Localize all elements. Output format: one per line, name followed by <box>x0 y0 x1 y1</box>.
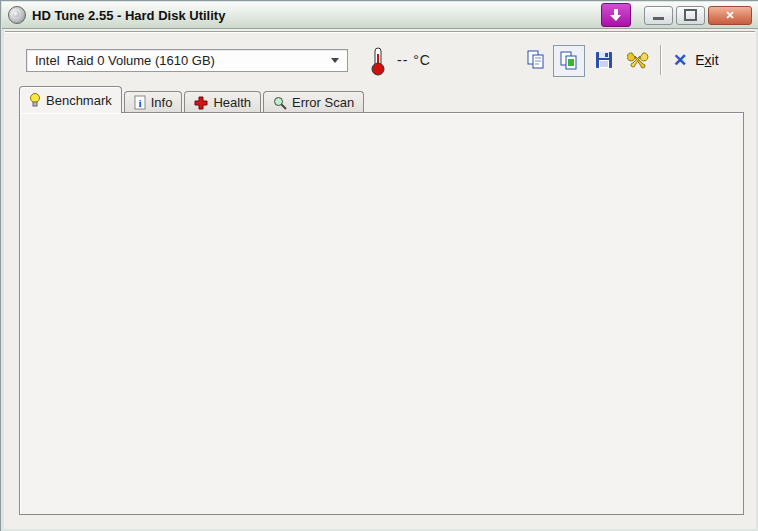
tab-error-scan[interactable]: Error Scan <box>263 91 364 113</box>
app-window: HD Tune 2.55 - Hard Disk Utility ✕ Intel… <box>0 0 758 531</box>
tab-health-label: Health <box>213 95 251 110</box>
health-cross-icon <box>194 96 208 110</box>
chevron-down-icon <box>331 58 339 63</box>
tabstrip: Benchmark i Info Health Error Scan <box>19 86 366 113</box>
tab-info-label: Info <box>151 95 173 110</box>
copy-text-button[interactable] <box>521 45 551 75</box>
exit-icon: ✕ <box>673 50 687 71</box>
tab-info[interactable]: i Info <box>124 91 183 113</box>
tab-benchmark-label: Benchmark <box>46 93 112 108</box>
download-arrow-icon <box>609 8 623 22</box>
maximize-icon <box>684 9 697 21</box>
minimize-icon <box>653 17 664 20</box>
lightbulb-icon <box>29 92 41 108</box>
options-button[interactable] <box>623 45 653 75</box>
titlebar: HD Tune 2.55 - Hard Disk Utility ✕ <box>2 2 758 29</box>
tools-icon <box>627 49 649 71</box>
app-icon <box>8 6 26 24</box>
exit-label: Exit <box>695 52 718 68</box>
exit-button[interactable]: ✕ Exit <box>673 45 719 75</box>
info-icon: i <box>134 95 146 110</box>
copy-icon <box>525 49 547 71</box>
toolbar: Intel Raid 0 Volume (1610 GB) -- °C <box>5 31 755 86</box>
minimize-button[interactable] <box>644 6 673 25</box>
tab-error-scan-label: Error Scan <box>292 95 354 110</box>
copy-screenshot-button[interactable] <box>553 45 585 77</box>
download-overlay-button[interactable] <box>601 3 631 27</box>
maximize-button[interactable] <box>676 6 705 25</box>
svg-text:i: i <box>138 97 141 109</box>
thermometer-icon <box>369 46 387 76</box>
drive-select-value: Intel Raid 0 Volume (1610 GB) <box>35 53 331 68</box>
tab-benchmark[interactable]: Benchmark <box>19 86 122 113</box>
close-icon: ✕ <box>725 9 734 22</box>
benchmark-page <box>19 112 744 515</box>
magnifier-icon <box>273 96 287 110</box>
tab-health[interactable]: Health <box>184 91 261 113</box>
copy-image-icon <box>558 50 580 72</box>
temperature-value: -- °C <box>397 52 431 68</box>
drive-select[interactable]: Intel Raid 0 Volume (1610 GB) <box>26 49 348 72</box>
window-title: HD Tune 2.55 - Hard Disk Utility <box>32 8 601 23</box>
toolbar-separator <box>660 45 661 75</box>
save-screenshot-button[interactable] <box>589 45 619 75</box>
save-icon <box>593 49 615 71</box>
close-button[interactable]: ✕ <box>708 6 752 25</box>
